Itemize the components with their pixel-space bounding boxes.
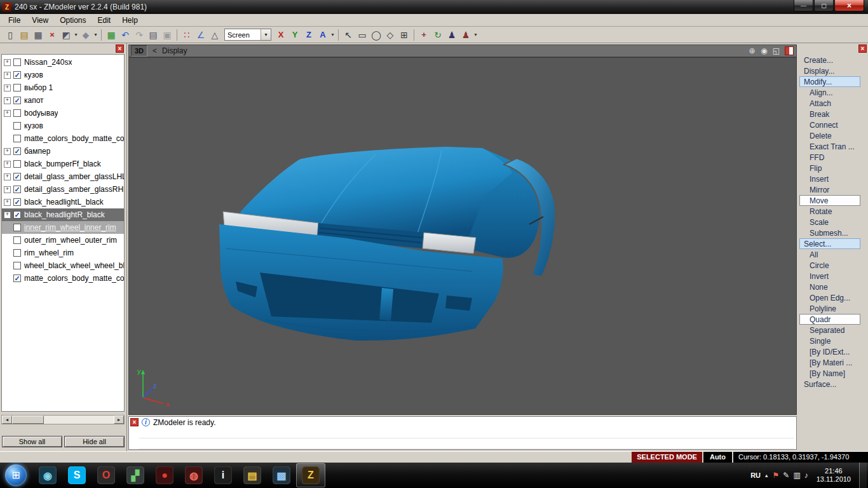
filters-icon-dropdown[interactable]: ▾ [93, 32, 98, 37]
import-icon[interactable]: ◩ [59, 29, 73, 41]
redo-icon[interactable]: ↷ [132, 29, 146, 41]
visibility-checkbox[interactable]: ✓ [13, 198, 21, 206]
tree-item-16[interactable]: rim_wheel_rim [2, 247, 124, 259]
command-insert[interactable]: Insert [799, 173, 860, 184]
expander-icon[interactable]: + [4, 110, 11, 117]
select-arrow-icon[interactable]: ↖ [341, 29, 355, 41]
animation-icon-dropdown[interactable]: ▾ [473, 32, 478, 37]
view-mode-dropdown[interactable]: Screen▾ [224, 29, 271, 41]
language-indicator[interactable]: RU [750, 471, 761, 479]
menu-file[interactable]: File [3, 15, 26, 26]
command-submesh[interactable]: Submesh... [799, 227, 860, 238]
log-close-icon[interactable]: × [130, 418, 139, 426]
minimize-button[interactable]: — [794, 0, 813, 11]
taskbar-explorer-button[interactable]: ▤ [238, 463, 267, 487]
taskbar-game-button[interactable]: ▞ [121, 463, 150, 487]
command-align[interactable]: Align... [799, 87, 860, 98]
visibility-checkbox[interactable] [13, 84, 21, 92]
tree-item-11[interactable]: +✓detail_glass_amber_glassRHL_... [2, 183, 124, 196]
command-mirror[interactable]: Mirror [799, 184, 860, 195]
start-button[interactable]: ⊞ [5, 464, 27, 486]
hide-all-button[interactable]: Hide all [64, 436, 125, 447]
visibility-checkbox[interactable] [13, 109, 21, 117]
visibility-checkbox[interactable]: ✓ [13, 211, 21, 219]
command-by-id-ext[interactable]: [By ID/Ext... [799, 346, 860, 357]
tree-item-13[interactable]: +✓black_headlightR_black [2, 208, 124, 221]
command-panel-close-icon[interactable]: × [858, 44, 867, 53]
open-file-icon[interactable]: ▤ [17, 29, 31, 41]
expander-icon[interactable]: + [4, 148, 11, 155]
scroll-left-icon[interactable]: ◂ [2, 416, 12, 424]
expander-icon[interactable]: + [4, 186, 11, 193]
tree-item-8[interactable]: +✓бампер [2, 145, 124, 158]
taskbar-media-button[interactable]: ● [150, 463, 179, 487]
command-move[interactable]: Move [799, 195, 860, 206]
scroll-right-icon[interactable]: ▸ [114, 416, 124, 424]
pen-input-icon[interactable]: ✎ [783, 471, 789, 480]
menu-help[interactable]: Help [116, 15, 144, 26]
command-all[interactable]: All [799, 249, 860, 260]
command-open-edg[interactable]: Open Edg... [799, 292, 860, 303]
command-modify[interactable]: Modify... [799, 76, 860, 87]
visibility-checkbox[interactable] [13, 249, 21, 257]
viewport-layout-icon[interactable] [785, 46, 794, 55]
snap-grid-icon[interactable]: ⊞ [397, 29, 411, 41]
visibility-checkbox[interactable] [13, 262, 21, 269]
tree-item-14[interactable]: inner_rim_wheel_inner_rim [2, 221, 124, 234]
tree-item-10[interactable]: +✓detail_glass_amber_glassLHL_... [2, 170, 124, 183]
tree-item-7[interactable]: matte_colors_body_matte_co... [2, 132, 124, 145]
visibility-checkbox[interactable] [13, 236, 21, 244]
taskbar-downloader-button[interactable]: ◍ [179, 463, 208, 487]
command-attach[interactable]: Attach [799, 98, 860, 109]
maximize-button[interactable]: ▢ [814, 0, 834, 11]
command-by-materi[interactable]: [By Materi ... [799, 357, 860, 368]
viewport-3d[interactable]: y x z [128, 57, 797, 415]
command-surface[interactable]: Surface... [799, 379, 860, 390]
filters-icon[interactable]: ◆ [79, 29, 93, 41]
import-icon-dropdown[interactable]: ▾ [73, 32, 79, 37]
expander-icon[interactable]: + [4, 59, 11, 66]
command-separated[interactable]: Separated [799, 325, 860, 336]
menu-view[interactable]: View [26, 15, 54, 26]
select-circle-icon[interactable]: ◯ [369, 29, 383, 41]
taskbar-skype-button[interactable]: S [62, 463, 92, 487]
visibility-checkbox[interactable] [13, 122, 21, 130]
tree-item-17[interactable]: wheel_black_wheel_wheel_bla... [2, 259, 124, 272]
save-icon[interactable]: ▦ [31, 29, 45, 41]
scroll-track[interactable] [44, 416, 114, 424]
axis-all-button[interactable]: A [316, 29, 330, 41]
material-editor-icon[interactable]: ▦ [104, 29, 118, 41]
scene-panel-close-icon[interactable]: × [116, 44, 124, 53]
tree-item-15[interactable]: outer_rim_wheel_outer_rim [2, 234, 124, 247]
tree-item-18[interactable]: ✓matte_colors_body_matte_co... [2, 272, 124, 285]
tree-item-4[interactable]: +✓капот [2, 94, 124, 107]
expander-icon[interactable]: + [4, 161, 11, 168]
tree-item-6[interactable]: кузов [2, 119, 124, 132]
visibility-checkbox[interactable]: ✓ [13, 186, 21, 193]
axis-z-button[interactable]: Z [302, 29, 316, 41]
visibility-checkbox[interactable]: ✓ [13, 274, 21, 282]
visibility-checkbox[interactable]: ✓ [13, 97, 21, 104]
taskbar-pictures-button[interactable]: ▩ [267, 463, 296, 487]
axis-y-button[interactable]: Y [288, 29, 302, 41]
pan-icon[interactable]: ◉ [759, 46, 769, 55]
bones-icon[interactable]: ♟ [445, 29, 459, 41]
script-log-icon[interactable]: ▤ [146, 29, 160, 41]
clock[interactable]: 21:46 13.11.2010 [817, 467, 851, 484]
rotate-tool-icon[interactable]: ↻ [431, 29, 445, 41]
menu-edit[interactable]: Edit [92, 15, 117, 26]
command-ffd[interactable]: FFD [799, 152, 860, 163]
axis-all-button-dropdown[interactable]: ▾ [330, 32, 336, 37]
tray-expand-icon[interactable]: ▴ [765, 472, 768, 478]
close-button[interactable]: × [834, 0, 864, 11]
command-connect[interactable]: Connect [799, 119, 860, 130]
expander-icon[interactable]: + [4, 85, 11, 92]
undo-icon[interactable]: ↶ [118, 29, 132, 41]
visibility-checkbox[interactable] [13, 135, 21, 142]
tree-item-5[interactable]: +bodyывау [2, 107, 124, 119]
expander-icon[interactable]: + [4, 212, 11, 219]
view-mode-3d-button[interactable]: 3D [131, 45, 147, 57]
command-single[interactable]: Single [799, 336, 860, 346]
taskbar-info-button[interactable]: i [208, 463, 238, 487]
command-scale[interactable]: Scale [799, 217, 860, 227]
